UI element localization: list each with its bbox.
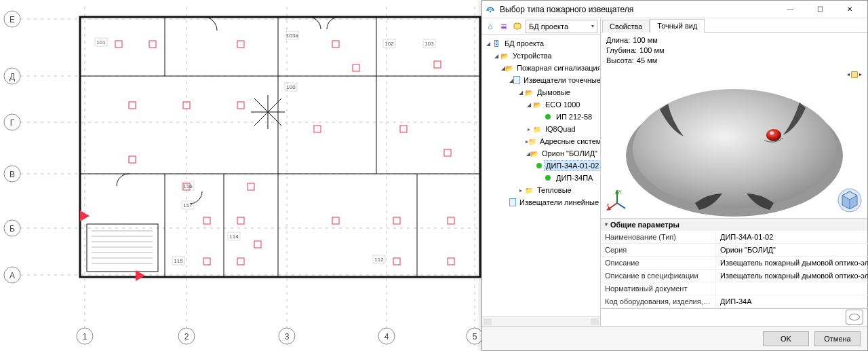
svg-rect-73 [393,258,400,265]
tree-eco1000[interactable]: ◢📂 ECO 1000 [484,98,599,111]
tree-ip21258[interactable]: ИП 212-58 [484,111,599,123]
svg-text:5: 5 [473,332,477,341]
svg-text:X: X [606,203,610,208]
svg-text:Y: Y [618,189,622,194]
tree-point-detectors[interactable]: ◢ Извещатели точечные [484,74,599,86]
svg-text:112: 112 [374,257,384,263]
chevron-down-icon: ▾ [605,221,608,227]
prop-row[interactable]: ОписаниеИзвещатель пожарный дымовой опти… [601,257,868,270]
svg-rect-65 [203,217,210,224]
maximize-button[interactable]: ☐ [805,1,835,18]
tree-dip34a0102[interactable]: ДИП-34А-01-02 [484,160,599,172]
tree-iq8quad[interactable]: ▸📁 IQ8Quad [484,123,599,135]
axis-gizmo-icon: Y X [605,188,629,213]
svg-rect-64 [444,149,451,156]
svg-text:3: 3 [285,332,290,341]
tree-orion[interactable]: ◢📂 Орион "БОЛИД" [484,147,599,160]
svg-text:100: 100 [286,84,296,90]
dimensions: Длина:100 мм Глубина:100 мм Высота:45 мм [601,33,867,69]
tree-dip34pa[interactable]: ДИП-34ПА [484,172,599,184]
tree-root[interactable]: ◢🗄 БД проекта [484,37,599,50]
svg-text:103a: 103a [286,33,298,39]
minimize-button[interactable]: — [775,1,805,18]
prop-row[interactable]: СерияОрион "БОЛИД" [601,244,868,257]
tree-h-scrollbar[interactable] [482,316,600,326]
svg-rect-42 [87,224,158,272]
svg-point-105 [766,129,781,141]
device-tree[interactable]: ◢🗄 БД проекта ◢📂 Устройства ◢📂 Пожарная … [482,35,600,316]
detector-type-dialog: Выбор типа пожарного извещателя — ☐ ✕ ⌂ … [481,0,868,351]
dialog-footer: OK Отмена [482,326,867,350]
db-location-label: БД проекта [529,22,568,31]
tab-properties[interactable]: Свойства [602,20,650,33]
svg-rect-50 [115,41,122,48]
home-icon[interactable]: ⌂ [485,21,496,32]
tree-address-systems[interactable]: ▸📁 Адресные системы [484,135,599,147]
floorplan-canvas[interactable]: .wall{ stroke:#111; stroke-width:3; fill… [0,0,481,351]
svg-rect-74 [448,258,454,265]
tab-3d-view[interactable]: Точный вид [650,19,705,33]
svg-rect-58 [237,102,244,109]
svg-rect-55 [434,61,441,68]
svg-rect-60 [400,126,407,132]
svg-text:Б: Б [9,224,15,234]
lock-icon[interactable]: ◂▸ [847,71,862,78]
svg-text:117: 117 [183,202,193,208]
svg-rect-53 [332,41,339,48]
right-panel: Свойства Точный вид Длина:100 мм Глубина… [601,18,867,326]
detector-thumbnail[interactable] [846,310,863,325]
svg-rect-63 [248,183,254,190]
prop-row[interactable]: Наименование (Тип)ДИП-34А-01-02 [601,231,868,244]
3d-viewport[interactable]: ◂▸ [601,69,867,218]
svg-text:101: 101 [96,39,106,45]
tree-linear[interactable]: Извещатели линейные [484,196,599,208]
svg-text:А: А [9,271,15,280]
svg-rect-66 [237,217,244,224]
db-icon[interactable]: ≣ [498,21,509,32]
properties-header[interactable]: ▾ Общие параметры [601,219,867,231]
db-alt-icon[interactable] [512,21,523,32]
prop-row[interactable]: Описание в спецификацииИзвещатель пожарн… [601,270,868,282]
ok-button[interactable]: OK [763,331,809,346]
svg-text:Е: Е [9,15,15,24]
thumbnail-row [601,308,867,326]
tabs: Свойства Точный вид [601,18,867,33]
dialog-titlebar[interactable]: Выбор типа пожарного извещателя — ☐ ✕ [482,1,867,18]
cancel-button[interactable]: Отмена [814,331,861,346]
tree-heat[interactable]: ▸📁 Тепловые [484,184,599,196]
svg-rect-70 [332,217,339,224]
tree-fire-alarm[interactable]: ◢📂 Пожарная сигнализация [484,62,599,74]
svg-point-104 [633,89,836,208]
svg-rect-69 [237,258,244,265]
dialog-title: Выбор типа пожарного извещателя [500,5,775,14]
db-location-dropdown[interactable]: БД проекта [526,20,597,33]
svg-rect-56 [129,102,136,109]
svg-text:Г: Г [10,118,15,128]
prop-row[interactable]: Нормативный документ [601,282,868,295]
svg-point-101 [490,10,491,12]
tree-toolbar: ⌂ ≣ БД проекта [482,18,600,35]
svg-line-113 [617,203,625,208]
close-button[interactable]: ✕ [835,1,865,18]
svg-rect-59 [314,126,321,132]
prop-row[interactable]: Код оборудования, изделия, матери…ДИП-34… [601,295,868,308]
svg-rect-72 [448,217,454,224]
tree-smoke[interactable]: ◢📂 Дымовые [484,86,599,98]
svg-text:Д: Д [9,72,15,81]
viewcube-icon[interactable] [836,187,863,214]
properties-section: ▾ Общие параметры Наименование (Тип)ДИП-… [601,218,867,308]
tree-devices[interactable]: ◢📂 Устройства [484,50,599,62]
tree-panel: ⌂ ≣ БД проекта ◢🗄 БД проекта ◢📂 Устройст… [482,18,601,326]
svg-rect-68 [203,258,210,265]
svg-rect-52 [237,41,244,48]
svg-text:116: 116 [183,183,193,189]
svg-text:4: 4 [384,332,389,341]
properties-grid: Наименование (Тип)ДИП-34А-01-02 СерияОри… [601,231,868,308]
svg-text:1: 1 [83,332,87,341]
svg-text:В: В [9,170,15,179]
svg-text:103: 103 [425,41,434,47]
svg-rect-71 [393,217,400,224]
detector-3d-model [619,69,850,218]
svg-text:115: 115 [174,258,183,264]
svg-text:114: 114 [229,234,239,240]
